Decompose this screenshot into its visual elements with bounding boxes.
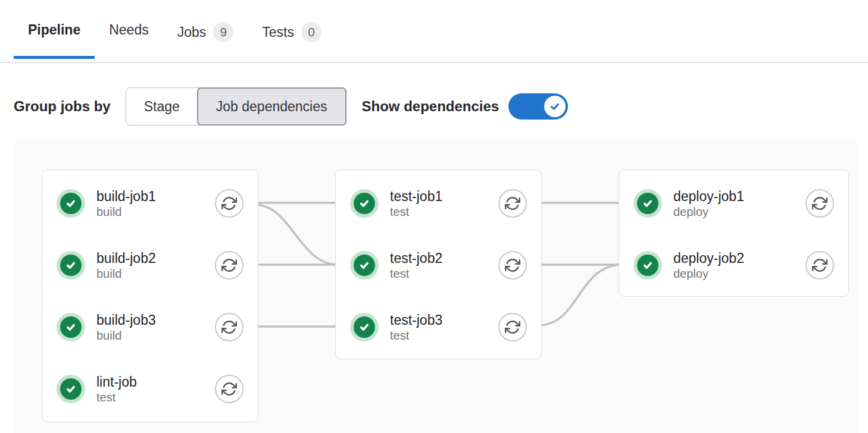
job-stage: test [96, 390, 137, 404]
status-success-icon [57, 375, 85, 403]
retry-icon [221, 196, 237, 211]
job-stage: test [390, 328, 442, 343]
group-jobs-by-label: Group jobs by [14, 98, 111, 115]
tab-label: Jobs [177, 24, 207, 40]
graph-controls: Group jobs by Stage Job dependencies Sho… [14, 87, 868, 125]
tests-count-badge: 0 [301, 22, 321, 42]
status-success-icon [57, 251, 85, 280]
job-group-build: build-job1 build build-job2 build [42, 170, 258, 422]
show-dependencies-label: Show dependencies [362, 98, 499, 115]
retry-job-button[interactable] [498, 251, 527, 280]
job-name[interactable]: deploy-job1 [673, 189, 744, 205]
job-name[interactable]: test-job3 [390, 312, 442, 328]
job-row-build-job3[interactable]: build-job3 build [57, 313, 243, 341]
status-success-icon [350, 189, 379, 218]
job-name[interactable]: build-job3 [96, 312, 156, 328]
job-stage: build [96, 266, 156, 281]
retry-job-button[interactable] [498, 189, 527, 218]
link-test-job3-deploy-job2 [538, 265, 622, 325]
tab-label: Needs [109, 22, 148, 38]
status-success-icon [350, 313, 379, 341]
jobs-count-badge: 9 [213, 22, 233, 42]
retry-job-button[interactable] [215, 189, 243, 218]
status-success-icon [633, 189, 662, 218]
job-name[interactable]: deploy-job2 [673, 250, 744, 266]
job-name[interactable]: test-job1 [390, 189, 442, 205]
retry-icon [505, 319, 520, 335]
status-success-icon [350, 251, 379, 280]
tab-jobs[interactable]: Jobs 9 [163, 16, 248, 62]
tab-label: Tests [262, 24, 294, 40]
tab-needs[interactable]: Needs [95, 16, 163, 58]
job-row-build-job1[interactable]: build-job1 build [57, 189, 243, 218]
retry-icon [812, 196, 828, 211]
group-by-segmented-control: Stage Job dependencies [126, 87, 346, 125]
pipeline-graph: build-job1 build build-job2 build [14, 140, 858, 433]
toggle-knob [544, 96, 566, 117]
job-row-deploy-job2[interactable]: deploy-job2 deploy [633, 251, 834, 280]
job-row-test-job1[interactable]: test-job1 test [350, 189, 527, 218]
job-stage: build [96, 328, 156, 343]
retry-job-button[interactable] [215, 375, 243, 403]
tab-label: Pipeline [28, 22, 80, 38]
job-row-test-job3[interactable]: test-job3 test [350, 313, 527, 341]
show-dependencies-toggle[interactable] [508, 93, 568, 120]
job-name[interactable]: lint-job [96, 374, 137, 390]
status-success-icon [57, 189, 85, 218]
status-success-icon [57, 313, 85, 341]
retry-job-button[interactable] [805, 251, 834, 280]
group-by-stage-button[interactable]: Stage [126, 88, 198, 125]
retry-icon [505, 196, 520, 211]
job-group-deploy: deploy-job1 deploy deploy-job2 deploy [619, 170, 849, 297]
retry-icon [505, 258, 520, 273]
tab-tests[interactable]: Tests 0 [248, 16, 336, 62]
retry-icon [221, 381, 237, 397]
retry-job-button[interactable] [498, 313, 527, 341]
job-stage: test [390, 205, 442, 219]
retry-job-button[interactable] [215, 313, 243, 341]
job-stage: deploy [673, 205, 744, 219]
job-name[interactable]: build-job2 [96, 250, 156, 266]
retry-job-button[interactable] [805, 189, 834, 218]
status-success-icon [633, 251, 662, 280]
job-row-build-job2[interactable]: build-job2 build [57, 251, 243, 280]
check-icon [548, 100, 561, 113]
job-stage: test [390, 266, 442, 281]
tab-pipeline[interactable]: Pipeline [14, 16, 95, 58]
job-stage: build [96, 205, 156, 219]
job-name[interactable]: test-job2 [390, 250, 442, 266]
job-stage: deploy [673, 266, 744, 281]
job-group-test: test-job1 test test-job2 test [335, 170, 542, 359]
retry-job-button[interactable] [215, 251, 243, 280]
link-build-job1-test-job2 [255, 205, 339, 265]
retry-icon [221, 258, 237, 273]
job-name[interactable]: build-job1 [96, 189, 156, 205]
job-row-deploy-job1[interactable]: deploy-job1 deploy [633, 189, 834, 218]
job-row-lint-job[interactable]: lint-job test [57, 375, 243, 403]
job-row-test-job2[interactable]: test-job2 test [350, 251, 527, 280]
pipeline-tabs: Pipeline Needs Jobs 9 Tests 0 [0, 16, 868, 63]
group-by-job-dependencies-button[interactable]: Job dependencies [197, 87, 346, 125]
retry-icon [812, 258, 828, 273]
retry-icon [221, 319, 237, 335]
